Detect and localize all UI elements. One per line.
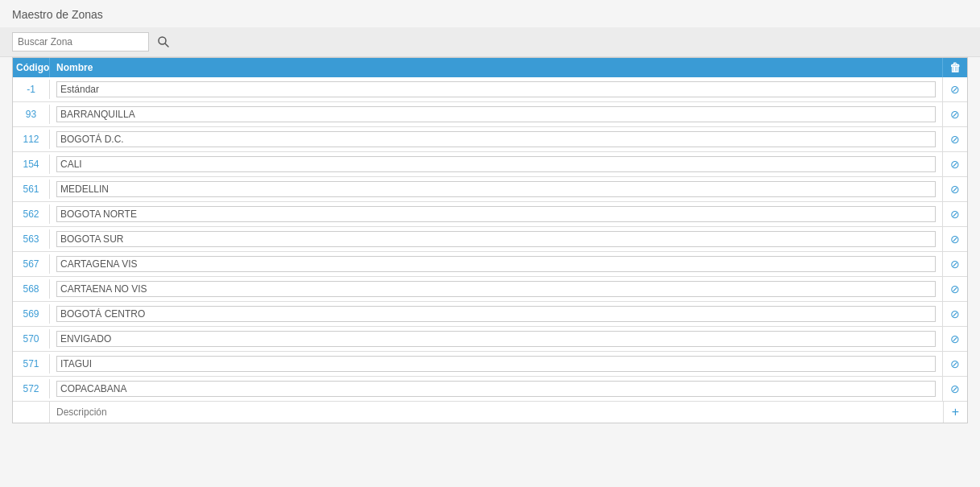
row-nombre[interactable] <box>50 152 943 176</box>
row-ban-action[interactable]: ⊘ <box>943 80 967 98</box>
row-ban-action[interactable]: ⊘ <box>943 305 967 323</box>
row-codigo: 572 <box>13 379 50 398</box>
row-codigo: -1 <box>13 80 50 99</box>
row-nombre[interactable] <box>50 102 943 126</box>
table-row: 570 ⊘ <box>13 327 967 352</box>
row-ban-action[interactable]: ⊘ <box>943 330 967 348</box>
table-row: 567 ⊘ <box>13 252 967 277</box>
table-row: 93 ⊘ <box>13 102 967 127</box>
row-nombre[interactable] <box>50 127 943 151</box>
nombre-input[interactable] <box>56 156 936 172</box>
page-title: Maestro de Zonas <box>0 0 980 27</box>
table-row: 569 ⊘ <box>13 302 967 327</box>
row-nombre[interactable] <box>50 77 943 101</box>
row-nombre[interactable] <box>50 352 943 376</box>
trash-icon: 🗑 <box>949 61 961 74</box>
ban-icon[interactable]: ⊘ <box>950 258 960 270</box>
ban-icon[interactable]: ⊘ <box>950 183 960 196</box>
row-ban-action[interactable]: ⊘ <box>943 180 967 198</box>
search-icon <box>157 35 170 48</box>
ban-icon[interactable]: ⊘ <box>950 133 960 146</box>
row-nombre[interactable] <box>50 227 943 251</box>
nombre-input[interactable] <box>56 231 936 247</box>
row-ban-action[interactable]: ⊘ <box>943 280 967 298</box>
row-nombre[interactable] <box>50 202 943 226</box>
row-codigo: 570 <box>13 329 50 349</box>
row-codigo: 93 <box>13 105 50 124</box>
nombre-input[interactable] <box>56 306 936 322</box>
row-codigo: 563 <box>13 229 50 249</box>
row-nombre[interactable] <box>50 377 943 401</box>
table-row: 571 ⊘ <box>13 352 967 377</box>
ban-icon[interactable]: ⊘ <box>950 233 960 246</box>
svg-line-1 <box>166 44 169 47</box>
row-codigo: 568 <box>13 279 50 299</box>
row-ban-action[interactable]: ⊘ <box>943 155 967 173</box>
search-input[interactable] <box>12 32 149 52</box>
row-codigo: 561 <box>13 180 50 199</box>
search-button[interactable] <box>154 32 173 52</box>
row-ban-action[interactable]: ⊘ <box>943 105 967 123</box>
row-nombre[interactable] <box>50 177 943 201</box>
search-bar <box>0 27 980 57</box>
nombre-input[interactable] <box>56 131 936 147</box>
add-button[interactable]: + <box>943 402 967 423</box>
table-body: -1 ⊘ 93 ⊘ 112 ⊘ 154 ⊘ 561 <box>13 77 967 401</box>
header-action: 🗑 <box>943 58 967 77</box>
row-nombre[interactable] <box>50 252 943 276</box>
row-nombre[interactable] <box>50 302 943 326</box>
ban-icon[interactable]: ⊘ <box>950 108 960 121</box>
nombre-input[interactable] <box>56 206 936 222</box>
row-codigo: 571 <box>13 354 50 374</box>
ban-icon[interactable]: ⊘ <box>950 332 960 345</box>
row-ban-action[interactable]: ⊘ <box>943 355 967 373</box>
header-codigo: Código <box>13 58 50 77</box>
add-row: + <box>13 401 967 423</box>
row-codigo: 112 <box>13 130 50 149</box>
row-codigo: 569 <box>13 304 50 324</box>
ban-icon[interactable]: ⊘ <box>950 382 960 395</box>
row-codigo: 562 <box>13 204 50 224</box>
table-row: -1 ⊘ <box>13 77 967 102</box>
row-codigo: 154 <box>13 155 50 174</box>
table-row: 561 ⊘ <box>13 177 967 202</box>
ban-icon[interactable]: ⊘ <box>950 83 960 96</box>
svg-point-0 <box>159 37 166 44</box>
table-row: 563 ⊘ <box>13 227 967 252</box>
row-ban-action[interactable]: ⊘ <box>943 230 967 248</box>
ban-icon[interactable]: ⊘ <box>950 357 960 370</box>
row-codigo: 567 <box>13 254 50 274</box>
row-ban-action[interactable]: ⊘ <box>943 380 967 398</box>
nombre-input[interactable] <box>56 381 936 397</box>
add-description-input[interactable] <box>50 402 943 422</box>
nombre-input[interactable] <box>56 281 936 297</box>
table-row: 154 ⊘ <box>13 152 967 177</box>
nombre-input[interactable] <box>56 256 936 272</box>
row-ban-action[interactable]: ⊘ <box>943 255 967 273</box>
table-row: 572 ⊘ <box>13 377 967 401</box>
table-row: 112 ⊘ <box>13 127 967 152</box>
table-row: 562 ⊘ <box>13 202 967 227</box>
ban-icon[interactable]: ⊘ <box>950 283 960 295</box>
row-nombre[interactable] <box>50 277 943 301</box>
nombre-input[interactable] <box>56 356 936 372</box>
table-header: Código Nombre 🗑 <box>13 58 967 77</box>
nombre-input[interactable] <box>56 331 936 347</box>
header-nombre: Nombre <box>50 58 943 77</box>
ban-icon[interactable]: ⊘ <box>950 158 960 171</box>
nombre-input[interactable] <box>56 181 936 197</box>
nombre-input[interactable] <box>56 106 936 122</box>
ban-icon[interactable]: ⊘ <box>950 208 960 221</box>
table-row: 568 ⊘ <box>13 277 967 302</box>
nombre-input[interactable] <box>56 81 936 97</box>
ban-icon[interactable]: ⊘ <box>950 307 960 320</box>
row-ban-action[interactable]: ⊘ <box>943 130 967 148</box>
row-nombre[interactable] <box>50 327 943 351</box>
row-ban-action[interactable]: ⊘ <box>943 205 967 223</box>
zones-table: Código Nombre 🗑 -1 ⊘ 93 ⊘ 112 ⊘ 154 <box>12 57 968 423</box>
